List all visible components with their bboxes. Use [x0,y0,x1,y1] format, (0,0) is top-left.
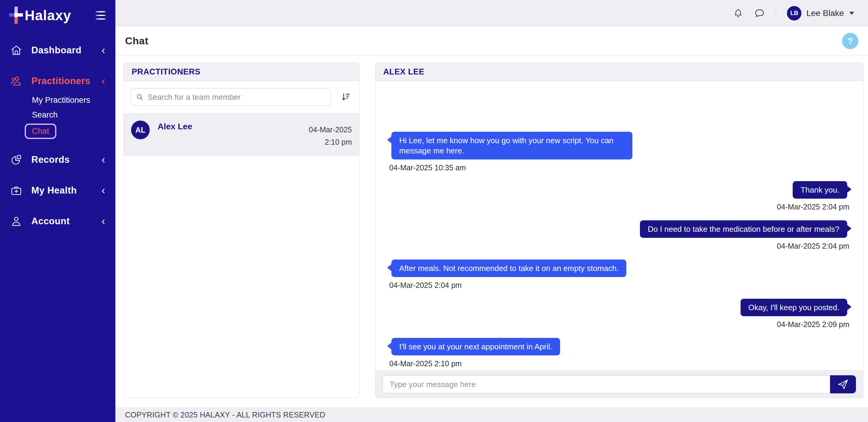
practitioners-panel-header: PRACTITIONERS [124,63,359,81]
home-icon [10,44,22,56]
sidebar-item-practitioners[interactable]: Practitioners ‹ [0,71,115,91]
contact-date: 04-Mar-2025 [309,124,352,136]
chevron-down-icon [849,12,854,15]
chat-highlight-box: Chat [25,124,115,139]
message-group: I'll see you at your next appointment in… [387,338,852,368]
menu-toggle-icon[interactable] [95,9,106,21]
message-input[interactable] [383,375,830,393]
title-bar: Chat ? [115,27,868,56]
contact-last-message-time: 04-Mar-2025 2:10 pm [309,121,352,148]
sidebar-logo-row: Halaxy [0,0,115,25]
logo-text: Halaxy [25,7,71,24]
messages-bubble-icon[interactable] [754,8,765,19]
message-timestamp: 04-Mar-2025 2:04 pm [389,281,462,290]
outgoing-message-bubble: Okay, I'll keep you posted. [741,299,847,316]
submenu-item-search[interactable]: Search [32,108,115,122]
user-menu[interactable]: LB Lee Blake [787,6,854,21]
sidebar-nav: Dashboard ‹ Practitioners ‹ My Practitio… [0,40,115,231]
notifications-bell-icon[interactable] [733,8,743,19]
person-icon [10,215,22,227]
chat-partner-name: ALEX LEE [383,67,425,77]
sidebar-item-dashboard[interactable]: Dashboard ‹ [0,40,115,60]
sidebar-item-label: Dashboard [31,45,81,56]
search-input[interactable] [148,93,326,102]
message-group: Thank you. 04-Mar-2025 2:04 pm [387,181,852,211]
chevron-left-icon: ‹ [101,216,105,227]
practitioners-submenu: My Practitioners Search Chat [32,93,115,139]
contact-name: Alex Lee [158,121,192,131]
halaxy-plus-icon [9,6,23,25]
chevron-left-icon: ‹ [101,45,105,56]
pie-chart-icon [10,154,22,166]
submenu-item-chat[interactable]: Chat [32,127,49,136]
message-list: Hi Lee, let me know how you go with your… [375,81,863,370]
incoming-message-bubble: After meals. Not recommended to take it … [391,260,626,277]
sidebar-item-records[interactable]: Records ‹ [0,150,115,170]
incoming-message-bubble: I'll see you at your next appointment in… [391,338,560,355]
copyright-text: COPYRIGHT © 2025 HALAXY - ALL RIGHTS RES… [125,411,326,419]
message-timestamp: 04-Mar-2025 10:35 am [389,163,466,172]
search-icon [135,93,144,101]
outgoing-message-bubble: Do I need to take the medication before … [640,220,847,238]
message-timestamp: 04-Mar-2025 2:04 pm [777,242,849,250]
message-group: After meals. Not recommended to take it … [387,260,852,290]
content-area: PRACTITIONERS [115,56,868,408]
practitioners-panel-title: PRACTITIONERS [132,67,200,77]
page-title: Chat [125,35,149,47]
user-name: Lee Blake [806,8,844,18]
contact-clock-time: 2:10 pm [309,136,352,148]
message-group: Hi Lee, let me know how you go with your… [387,132,852,172]
sidebar-item-my-health[interactable]: My Health ‹ [0,181,115,201]
message-timestamp: 04-Mar-2025 2:10 pm [389,359,462,368]
chevron-left-icon: ‹ [101,185,105,196]
top-bar: LB Lee Blake [115,0,868,27]
main-area: LB Lee Blake Chat ? PRACTITIONERS [115,0,868,422]
sidebar: Halaxy Dashboard ‹ [0,0,115,422]
incoming-message-bubble: Hi Lee, let me know how you go with your… [391,132,632,159]
message-group: Okay, I'll keep you posted. 04-Mar-2025 … [387,299,852,329]
submenu-item-my-practitioners[interactable]: My Practitioners [32,93,115,108]
page-footer: COPYRIGHT © 2025 HALAXY - ALL RIGHTS RES… [115,408,868,422]
sidebar-item-account[interactable]: Account ‹ [0,211,115,231]
chat-panel: ALEX LEE Hi Lee, let me know how you go … [375,63,864,398]
contact-avatar: AL [131,121,150,139]
paper-plane-icon [837,378,849,391]
chevron-left-icon: ‹ [101,154,105,165]
message-timestamp: 04-Mar-2025 2:09 pm [777,320,849,329]
message-timestamp: 04-Mar-2025 2:04 pm [777,203,849,211]
sidebar-item-label: Records [31,154,70,165]
contact-row-alex-lee[interactable]: AL Alex Lee 04-Mar-2025 2:10 pm [124,113,359,155]
help-icon[interactable]: ? [842,33,858,49]
people-icon [10,75,22,87]
user-avatar: LB [787,6,801,21]
sidebar-item-label: My Health [31,185,77,196]
sort-icon[interactable] [339,90,352,104]
practitioner-search-row [124,81,359,113]
chat-panel-header: ALEX LEE [375,63,863,81]
header-divider [776,7,776,19]
message-input-bar [375,370,863,398]
app-window: Halaxy Dashboard ‹ [0,0,868,422]
sidebar-item-label: Account [31,216,70,227]
practitioners-panel: PRACTITIONERS [124,63,360,398]
search-box [130,88,331,106]
sidebar-item-label: Practitioners [31,76,90,87]
send-button[interactable] [830,375,856,393]
medical-kit-icon [10,184,22,197]
chevron-left-icon: ‹ [101,76,105,87]
outgoing-message-bubble: Thank you. [793,181,847,199]
message-group: Do I need to take the medication before … [387,220,852,250]
halaxy-logo[interactable]: Halaxy [9,6,71,25]
